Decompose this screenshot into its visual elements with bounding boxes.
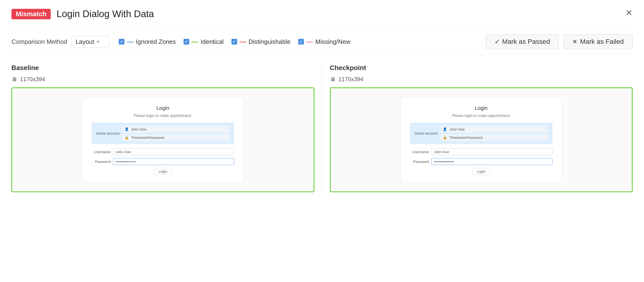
toolbar-left: Comparison Method Layout ▾ ✓ — Ignored Z… — [12, 36, 350, 48]
checkpoint-username-value: John Doe — [434, 150, 449, 154]
checkpoint-demo-user: John Doe — [449, 127, 464, 131]
dash-distinguishable: — — [240, 38, 246, 45]
lock-icon: 🔒 — [443, 136, 447, 139]
checkbox-identical[interactable]: ✓ — [184, 39, 189, 44]
monitor-icon: 🖥 — [12, 76, 17, 83]
baseline-username-row: Username John Doe — [92, 148, 234, 155]
baseline-password-label: Password — [92, 160, 110, 164]
comparison-method-label: Comparison Method — [12, 38, 67, 45]
checkbox-missing-new[interactable]: ✓ — [298, 39, 304, 44]
baseline-demo-user: John Doe — [131, 127, 146, 131]
baseline-title: Baseline — [12, 64, 314, 72]
checkpoint-dialog-subtitle: Please login to make appointment. — [410, 114, 552, 118]
filter-missing-new[interactable]: ✓ — Missing/New — [298, 38, 350, 45]
checkpoint-dialog-title: Login — [410, 105, 552, 111]
mismatch-badge: Mismatch — [12, 9, 51, 19]
baseline-demo-account: Demo account 👤 John Doe 🔒 ThisisNotAPass… — [92, 123, 234, 144]
checkbox-ignored-zones[interactable]: ✓ — [119, 39, 124, 44]
check-icon: ✓ — [120, 39, 123, 44]
checkpoint-password-value: •••••••••••••••• — [434, 160, 454, 164]
baseline-demo-password-row: 🔒 ThisisNotAPassword — [122, 134, 229, 141]
baseline-demo-password: ThisisNotAPassword — [131, 136, 164, 140]
filter-identical-label: Identical — [201, 38, 224, 45]
checkpoint-username-row: Username John Doe — [410, 148, 552, 155]
dash-ignored-zones: — — [127, 38, 134, 45]
mark-as-passed-label: Mark as Passed — [502, 38, 550, 45]
baseline-resolution: 🖥 1170x394 — [12, 76, 314, 83]
checkpoint-demo-password-row: 🔒 ThisisNotAPassword — [440, 134, 548, 141]
filter-distinguishable[interactable]: ✓ — Distinguishable — [232, 38, 290, 45]
baseline-username-value: John Doe — [116, 150, 131, 154]
filter-identical[interactable]: ✓ — Identical — [184, 38, 224, 45]
checkpoint-panel: Checkpoint 🖥 1170x394 Login Please login… — [322, 64, 633, 192]
baseline-password-value: •••••••••••••••• — [116, 160, 136, 164]
checkpoint-demo-password: ThisisNotAPassword — [449, 136, 482, 140]
page-title: Login Dialog With Data — [56, 8, 154, 19]
comparison-method-value: Layout — [76, 38, 94, 45]
baseline-username-input[interactable]: John Doe — [113, 148, 234, 155]
filter-ignored-zones-label: Ignored Zones — [136, 38, 176, 45]
header-row: Mismatch Login Dialog With Data ✕ — [12, 8, 632, 19]
baseline-demo-user-row: 👤 John Doe — [122, 126, 229, 132]
check-icon: ✓ — [232, 39, 236, 44]
checkpoint-demo-account: Demo account 👤 John Doe 🔒 ThisisNotAPass… — [410, 123, 552, 144]
checkpoint-password-row: Password •••••••••••••••• — [410, 158, 552, 165]
user-icon: 👤 — [443, 127, 447, 131]
main-container: Mismatch Login Dialog With Data ✕ Compar… — [0, 0, 644, 282]
filter-ignored-zones[interactable]: ✓ — Ignored Zones — [119, 38, 176, 45]
checkpoint-resolution-text: 1170x394 — [338, 76, 364, 83]
checkpoint-demo-user-row: 👤 John Doe — [440, 126, 548, 132]
checkpoint-image-frame: Login Please login to make appointment. … — [330, 87, 633, 192]
baseline-password-row: Password •••••••••••••••• — [92, 158, 234, 165]
mark-as-failed-label: Mark as Failed — [580, 38, 624, 45]
toolbar-right: ✓ Mark as Passed ✕ Mark as Failed — [486, 34, 632, 49]
baseline-panel: Baseline 🖥 1170x394 Login Please login t… — [12, 64, 322, 192]
checkpoint-password-input[interactable]: •••••••••••••••• — [432, 158, 552, 165]
baseline-resolution-text: 1170x394 — [20, 76, 45, 83]
baseline-demo-label: Demo account — [96, 131, 120, 135]
comparison-method-select[interactable]: Layout ▾ — [71, 36, 109, 48]
check-icon: ✓ — [185, 39, 188, 44]
checkpoint-resolution: 🖥 1170x394 — [330, 76, 633, 83]
user-icon: 👤 — [125, 127, 129, 131]
checkpoint-demo-fields: 👤 John Doe 🔒 ThisisNotAPassword — [440, 126, 548, 141]
comparison-method: Comparison Method Layout ▾ — [12, 36, 109, 48]
baseline-dialog-subtitle: Please login to make appointment. — [92, 114, 234, 118]
checkpoint-password-label: Password — [410, 160, 429, 164]
filter-missing-new-label: Missing/New — [315, 38, 350, 45]
check-icon: ✓ — [299, 39, 302, 44]
close-button[interactable]: ✕ — [626, 8, 632, 17]
baseline-password-input[interactable]: •••••••••••••••• — [113, 158, 234, 165]
checkpoint-title: Checkpoint — [330, 64, 633, 72]
baseline-username-label: Username — [92, 150, 110, 154]
checkpoint-username-input[interactable]: John Doe — [432, 148, 552, 155]
toolbar: Comparison Method Layout ▾ ✓ — Ignored Z… — [12, 29, 632, 54]
baseline-image-frame: Login Please login to make appointment. … — [12, 87, 314, 192]
checkpoint-username-label: Username — [410, 150, 429, 154]
mark-as-failed-button[interactable]: ✕ Mark as Failed — [564, 34, 632, 49]
filter-distinguishable-label: Distinguishable — [248, 38, 290, 45]
dash-missing-new: — — [306, 38, 313, 45]
baseline-demo-fields: 👤 John Doe 🔒 ThisisNotAPassword — [122, 126, 229, 141]
filter-group: ✓ — Ignored Zones ✓ — Identical ✓ — [119, 38, 350, 45]
chevron-down-icon: ▾ — [97, 39, 99, 44]
baseline-dialog-title: Login — [92, 105, 234, 111]
baseline-login-button[interactable]: Login — [154, 168, 172, 175]
fail-x-icon: ✕ — [572, 38, 578, 45]
mark-as-passed-button[interactable]: ✓ Mark as Passed — [486, 34, 559, 49]
checkpoint-login-button[interactable]: Login — [472, 168, 490, 175]
content-area: Baseline 🖥 1170x394 Login Please login t… — [12, 64, 632, 192]
pass-check-icon: ✓ — [494, 38, 500, 45]
baseline-login-dialog: Login Please login to make appointment. … — [82, 98, 244, 182]
checkpoint-demo-label: Demo account — [415, 131, 438, 135]
checkpoint-login-dialog: Login Please login to make appointment. … — [400, 98, 562, 182]
monitor-icon: 🖥 — [330, 76, 336, 83]
checkbox-distinguishable[interactable]: ✓ — [232, 39, 237, 44]
lock-icon: 🔒 — [125, 136, 129, 139]
dash-identical: — — [192, 38, 198, 45]
